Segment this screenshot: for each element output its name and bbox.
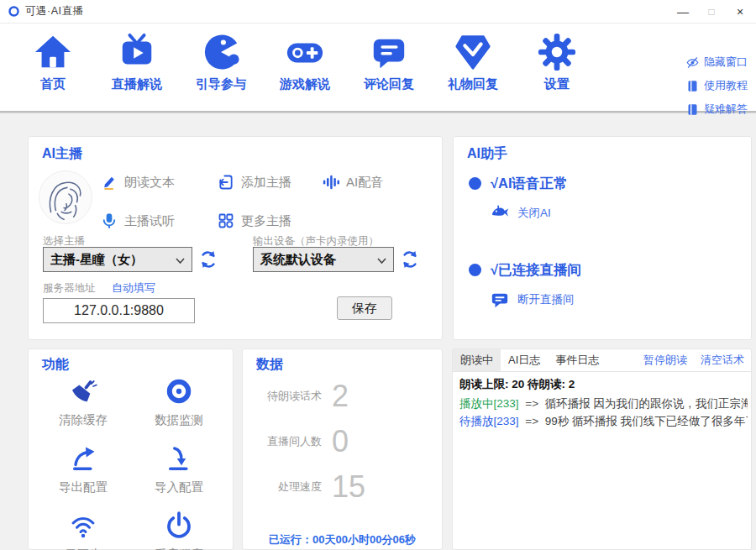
anchor-select[interactable]: 主播-星瞳（女） (43, 247, 192, 272)
broom-icon (68, 376, 98, 406)
navbar: 首页 直播解说 引导参与 游戏解说 (0, 24, 756, 113)
uptime-text: 已运行：00天00小时00分06秒 (243, 532, 442, 547)
metric-room-viewers: 直播间人数 0 (253, 427, 349, 457)
nav-item-game-commentary[interactable]: 游戏解说 (272, 33, 338, 92)
power-icon (164, 511, 194, 541)
functions-panel: 功能 清除缓存 数据监测 导出配置 (28, 348, 234, 550)
panel-title-stats: 数据 (256, 356, 283, 374)
window-title: 可遇·AI直播 (25, 4, 83, 18)
stats-panel: 数据 待朗读话术 2 直播间人数 0 处理速度 15 已运行：00天00小时00… (242, 348, 443, 550)
export-icon (68, 443, 98, 474)
add-anchor-icon (218, 174, 234, 191)
minimize-button[interactable]: — (675, 6, 690, 18)
room-status-text: √已连接直播间 (491, 261, 581, 280)
clear-cache-button[interactable]: 清除缓存 (35, 376, 131, 428)
tv-play-icon (118, 33, 156, 71)
monitor-icon (164, 376, 194, 406)
autofill-link[interactable]: 自动填写 (112, 280, 155, 296)
voice-status-text: √AI语音正常 (491, 175, 568, 193)
tab-ai-log[interactable]: AI日志 (501, 349, 548, 371)
ai-anchor-panel: AI主播 朗读文本 (28, 136, 443, 340)
panel-title-assistant: AI助手 (467, 145, 507, 163)
whale-icon (491, 204, 509, 223)
pause-reading-link[interactable]: 暂停朗读 (643, 353, 687, 368)
cloud-sync-button[interactable]: 云同步 (35, 511, 131, 550)
refresh-anchor-icon[interactable] (199, 250, 218, 269)
panel-title-anchor: AI主播 (42, 145, 82, 163)
nav-item-home[interactable]: 首页 (20, 33, 86, 92)
disconnect-room-button[interactable]: 断开直播间 (491, 291, 575, 309)
app-window: 可遇·AI直播 — □ × 首页 直播解说 (0, 0, 756, 550)
panel-title-functions: 功能 (42, 356, 69, 374)
add-anchor-button[interactable]: 添加主播 (218, 174, 291, 191)
close-button[interactable]: × (732, 6, 748, 18)
more-anchors-button[interactable]: 更多主播 (218, 212, 291, 229)
nav-item-live-commentary[interactable]: 直播解说 (104, 33, 170, 92)
hide-window-link[interactable]: 隐藏窗口 (686, 55, 748, 70)
eye-off-icon (686, 56, 699, 69)
log-panel: 朗读中 AI日志 事件日志 暂停朗读 清空话术 朗读上限: 20 待朗读: 2 … (452, 348, 752, 550)
status-dot-room (469, 264, 481, 276)
gamepad-icon (286, 33, 324, 71)
status-dot-voice (469, 177, 481, 190)
refresh-device-icon[interactable] (401, 250, 419, 269)
anchor-preview-button[interactable]: 主播试听 (101, 212, 175, 229)
reading-limit-summary: 朗读上限: 20 待朗读: 2 (459, 377, 748, 392)
output-device-select[interactable]: 系统默认设备 (253, 247, 394, 272)
wifi-icon (68, 511, 98, 541)
book-icon (686, 80, 699, 92)
ai-assistant-panel: AI助手 √AI语音正常 关闭AI √已连接直播间 断开直播间 (453, 136, 752, 340)
maximize-button[interactable]: □ (704, 6, 719, 18)
restart-app-button[interactable]: 重启程序 (131, 511, 227, 550)
comment-icon (370, 33, 408, 71)
save-button[interactable]: 保存 (337, 296, 392, 320)
nav-item-settings[interactable]: 设置 (524, 33, 590, 92)
log-line-pending: 待播放[233] => 99秒 循环播报 我们线下已经做了很多年了，所以说 (459, 412, 748, 430)
gift-check-icon (454, 33, 492, 71)
data-monitor-button[interactable]: 数据监测 (131, 376, 227, 428)
server-address-label: 服务器地址 (43, 281, 96, 296)
home-icon (34, 33, 72, 71)
log-tabs: 朗读中 AI日志 事件日志 暂停朗读 清空话术 (453, 349, 751, 372)
anchor-avatar (39, 170, 92, 224)
metric-pending-scripts: 待朗读话术 2 (253, 381, 349, 411)
import-icon (164, 443, 194, 474)
server-address-input[interactable] (43, 298, 195, 323)
tab-reading[interactable]: 朗读中 (453, 349, 501, 371)
faq-link[interactable]: 疑难解答 (686, 102, 748, 117)
book-icon (686, 103, 699, 116)
chevron-down-icon (377, 252, 386, 267)
metric-process-speed: 处理速度 15 (253, 472, 365, 502)
nav-item-guide-participation[interactable]: 引导参与 (188, 33, 254, 92)
chevron-down-icon (176, 252, 185, 267)
ai-dubbing-button[interactable]: AI配音 (323, 174, 383, 191)
tab-event-log[interactable]: 事件日志 (548, 349, 606, 371)
chat-icon (491, 291, 509, 309)
export-config-button[interactable]: 导出配置 (35, 443, 131, 495)
nav-item-comment-reply[interactable]: 评论回复 (356, 33, 422, 92)
clear-scripts-link[interactable]: 清空话术 (701, 353, 744, 368)
log-line-playing: 播放中[233] => 循环播报 因为我们的跟你说，我们正宗海南妃子笑 (459, 395, 748, 412)
read-text-button[interactable]: 朗读文本 (101, 174, 175, 191)
pacman-icon (202, 33, 240, 71)
close-ai-button[interactable]: 关闭AI (491, 204, 551, 223)
gear-icon (538, 33, 576, 71)
import-config-button[interactable]: 导入配置 (131, 443, 227, 495)
waveform-icon (323, 174, 339, 191)
titlebar: 可遇·AI直播 — □ × (0, 0, 756, 24)
mic-icon (101, 212, 118, 229)
grid-icon (218, 212, 234, 229)
pen-icon (101, 174, 118, 191)
nav-item-gift-reply[interactable]: 礼物回复 (440, 33, 506, 92)
tutorial-link[interactable]: 使用教程 (686, 78, 748, 93)
app-logo-icon (8, 6, 19, 17)
